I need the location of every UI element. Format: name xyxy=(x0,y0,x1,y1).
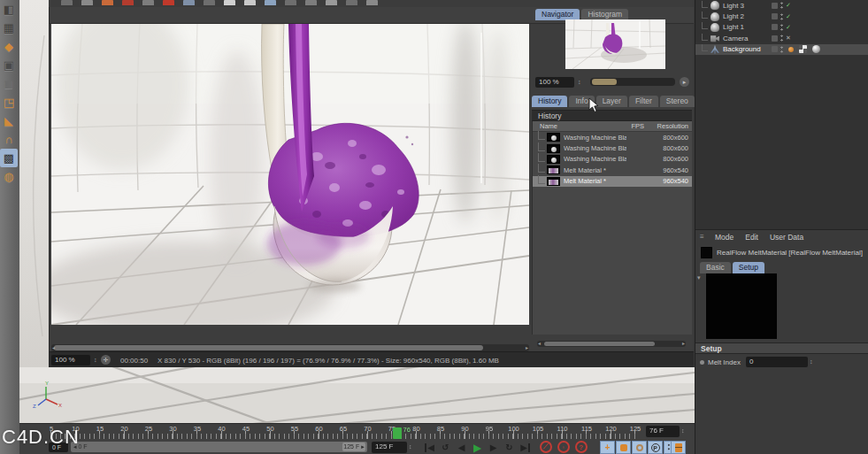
scroll-left-icon[interactable]: ◂ xyxy=(52,345,55,351)
enable-dots-icon[interactable] xyxy=(780,2,783,9)
navigator-zoom-field[interactable]: 100 % xyxy=(535,77,574,88)
current-frame-field[interactable]: 76 F ↕ xyxy=(646,426,687,437)
history-row[interactable]: Washing Machine Blank *800x600 xyxy=(533,142,692,153)
layer-square-icon[interactable] xyxy=(772,46,778,52)
object-row-light-1[interactable]: Light 1✓ xyxy=(695,22,868,33)
object-row-background[interactable]: Background xyxy=(695,44,868,55)
material-preview[interactable] xyxy=(706,273,777,339)
menu-item-mode[interactable]: Mode xyxy=(715,233,734,242)
layer-square-icon[interactable] xyxy=(772,3,778,9)
workplane-lock-icon[interactable]: ▩ xyxy=(0,149,18,167)
record-keyframe-button[interactable]: ⟋ xyxy=(540,441,552,453)
navigator-zoom-stepper[interactable]: ↕ xyxy=(576,77,583,88)
make-editable-icon[interactable]: ◧ xyxy=(0,0,18,19)
navigator-expand-button[interactable]: ▸ xyxy=(680,77,689,87)
workplane-mode-icon[interactable]: ◆ xyxy=(0,37,18,56)
tab-layer[interactable]: Layer xyxy=(596,96,627,107)
history-hscrollbar[interactable]: ◂ ▸ xyxy=(537,341,686,347)
status-zoom-field[interactable]: 100 % xyxy=(51,355,90,366)
navigator-preview[interactable] xyxy=(565,19,665,69)
duration-field[interactable]: 125 F ↕ xyxy=(372,442,414,453)
next-frame-button[interactable]: ▶ xyxy=(486,441,501,454)
record-parameter-button[interactable]: P xyxy=(648,441,663,454)
history-hscroll-thumb[interactable] xyxy=(544,342,655,346)
field-stepper[interactable]: ↕ xyxy=(808,357,815,367)
layer-square-icon[interactable] xyxy=(772,35,778,42)
history-list-header[interactable]: Name FPS Resolution xyxy=(533,121,692,132)
tab-setup[interactable]: Setup xyxy=(733,262,764,273)
playhead[interactable] xyxy=(393,427,402,439)
duration-stepper[interactable]: ↕ xyxy=(407,442,414,453)
enable-dots-icon[interactable] xyxy=(780,35,783,42)
tab-history[interactable]: History xyxy=(532,96,567,107)
material-swatch[interactable] xyxy=(701,247,712,258)
goto-start-button[interactable]: ◀ xyxy=(422,441,437,454)
navigator-zoom-slider[interactable] xyxy=(590,78,675,86)
collapse-triangle-icon[interactable]: ▾ xyxy=(697,274,701,281)
keyframe-presets-button[interactable] xyxy=(671,441,686,454)
compositing-tag-icon[interactable] xyxy=(799,45,807,53)
object-row-light-2[interactable]: Light 2✓ xyxy=(695,11,868,21)
rendered-image[interactable] xyxy=(51,24,529,325)
polygons-mode-icon[interactable]: ◣ xyxy=(0,112,18,130)
field-value-input[interactable]: 0 xyxy=(746,357,808,367)
current-frame-value[interactable]: 76 F xyxy=(646,426,680,437)
history-row[interactable]: Washing Machine Blank *800x600 xyxy=(533,132,692,142)
viewport-bottom-strip[interactable]: Y X Z xyxy=(19,367,695,423)
scroll-right-icon[interactable]: ▸ xyxy=(526,345,528,351)
history-row[interactable]: Washing Machine Blank *800x600 xyxy=(533,154,692,165)
tab-stereo[interactable]: Stereo xyxy=(660,96,695,107)
tab-filter[interactable]: Filter xyxy=(629,96,658,107)
menu-item-edit[interactable]: Edit xyxy=(745,233,758,242)
preview-range-slider[interactable]: ◂ 0 F 125 F ▸ xyxy=(71,442,367,452)
record-scale-button[interactable] xyxy=(616,441,631,454)
texture-mode-icon[interactable]: ▦ xyxy=(0,19,18,37)
loop-mode-button[interactable]: ↻ xyxy=(502,441,517,454)
history-col-fps[interactable]: FPS xyxy=(621,121,644,131)
viewport-filter-icon[interactable]: ◍ xyxy=(0,167,18,186)
layer-square-icon[interactable] xyxy=(772,13,778,19)
status-zoom-stepper[interactable]: ↕ xyxy=(92,355,99,366)
enable-dots-icon[interactable] xyxy=(780,24,783,31)
range-end-label[interactable]: 125 F ▸ xyxy=(342,442,365,451)
timeline-ruler[interactable]: 5101520253035404550556065707580859095100… xyxy=(19,424,695,440)
history-col-resolution[interactable]: Resolution xyxy=(644,121,688,131)
record-rotation-button[interactable] xyxy=(632,441,647,454)
history-col-name[interactable]: Name xyxy=(540,121,621,131)
model-mode-icon[interactable]: ▣ xyxy=(0,56,18,74)
scroll-right-icon[interactable]: ▸ xyxy=(682,341,685,347)
keyframe-selection-button[interactable]: ? xyxy=(575,441,588,453)
material-tag-icon[interactable] xyxy=(812,45,820,53)
play-forwards-button[interactable]: ▶ xyxy=(470,441,485,454)
play-backwards-button[interactable]: ↺ xyxy=(438,441,453,454)
layer-square-icon[interactable] xyxy=(772,24,778,30)
pan-tool-button[interactable]: ✛ xyxy=(101,355,111,365)
enable-dots-icon[interactable] xyxy=(780,46,783,53)
current-frame-stepper[interactable]: ↕ xyxy=(680,426,687,437)
scroll-left-icon[interactable]: ◂ xyxy=(538,341,541,347)
object-row-light-3[interactable]: Light 3✓ xyxy=(695,0,868,11)
navigator-zoom-slider-thumb[interactable] xyxy=(592,79,617,85)
menu-icon[interactable]: ≡ xyxy=(700,234,709,241)
record-position-button[interactable]: + xyxy=(600,441,615,454)
enabled-check-icon[interactable]: ✓ xyxy=(786,24,791,31)
enabled-check-icon[interactable]: ✓ xyxy=(786,2,791,9)
goto-end-button[interactable]: ▶ xyxy=(518,441,533,454)
menu-item-user-data[interactable]: User Data xyxy=(770,233,803,242)
previous-frame-button[interactable]: ◀ xyxy=(454,441,469,454)
image-hscroll-thumb[interactable] xyxy=(54,345,483,350)
object-row-camera[interactable]: Camera✕ xyxy=(695,33,868,43)
history-row[interactable]: Melt Material *960x540 xyxy=(533,165,692,175)
display-tag-icon[interactable] xyxy=(788,47,794,52)
enabled-check-icon[interactable]: ✓ xyxy=(786,13,791,20)
snap-magnet-icon[interactable]: ∩ xyxy=(0,130,18,149)
setup-section-header[interactable]: Setup xyxy=(695,342,868,354)
tab-basic[interactable]: Basic xyxy=(700,262,731,273)
edges-mode-icon[interactable]: ◳ xyxy=(0,93,18,112)
history-row[interactable]: Melt Material *960x540 xyxy=(533,176,692,187)
disabled-cross-icon[interactable]: ✕ xyxy=(786,35,791,42)
image-hscrollbar[interactable]: ◂ ▸ xyxy=(51,344,529,351)
enable-dots-icon[interactable] xyxy=(780,13,783,20)
points-mode-icon[interactable]: ◼ xyxy=(0,74,18,93)
duration-value[interactable]: 125 F xyxy=(372,442,407,453)
